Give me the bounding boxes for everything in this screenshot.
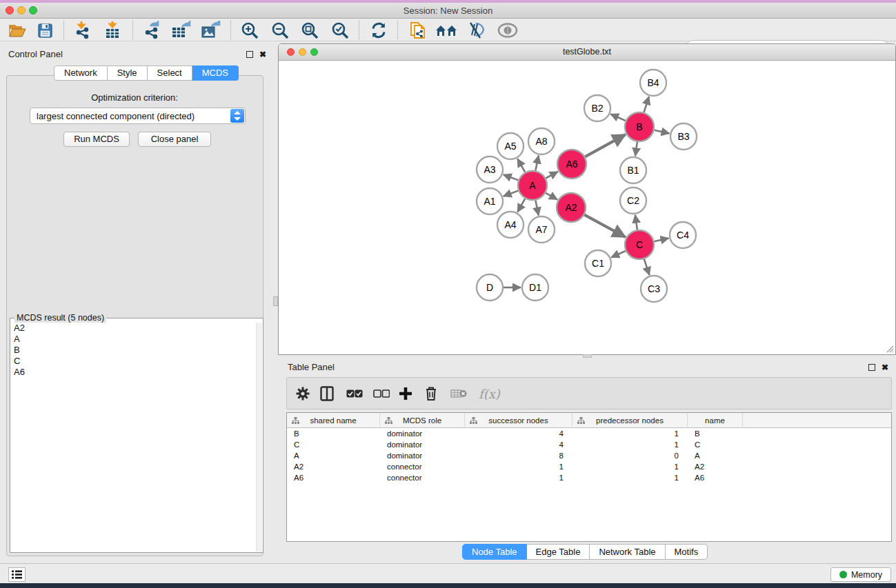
- edge-B-B3[interactable]: [654, 130, 669, 134]
- export-table-icon[interactable]: [169, 21, 192, 40]
- node-B2[interactable]: B2: [584, 95, 610, 121]
- table-cell[interactable]: 1: [465, 461, 573, 472]
- tab-network[interactable]: Network: [54, 65, 108, 81]
- delete-table-icon[interactable]: [450, 384, 467, 403]
- horizontal-splitter-handle[interactable]: [583, 354, 592, 358]
- show-graphics-details-icon[interactable]: [496, 21, 519, 40]
- table-row[interactable]: Cdominator41C: [287, 439, 891, 450]
- edge-A2-C[interactable]: [584, 215, 625, 237]
- open-file-icon[interactable]: [6, 21, 29, 40]
- network-window-titlebar[interactable]: testGlobe.txt: [279, 44, 895, 61]
- table-cell[interactable]: B: [688, 428, 743, 439]
- node-C2[interactable]: C2: [620, 187, 646, 214]
- table-cell[interactable]: 8: [465, 450, 573, 461]
- table-row[interactable]: A2connector11A2: [287, 461, 891, 472]
- titlebar[interactable]: Session: New Session: [0, 3, 896, 19]
- run-mcds-button[interactable]: Run MCDS: [63, 132, 130, 147]
- select-all-columns-icon[interactable]: [346, 384, 363, 403]
- tab-mcds[interactable]: MCDS: [192, 65, 239, 81]
- table-cell[interactable]: A2: [688, 461, 743, 472]
- zoom-in-icon[interactable]: [238, 21, 261, 40]
- export-network-icon[interactable]: [140, 21, 163, 40]
- tab-edge-table[interactable]: Edge Table: [527, 544, 590, 560]
- refresh-icon[interactable]: [367, 21, 390, 40]
- table-cell[interactable]: 1: [465, 472, 573, 483]
- edge-A-A7[interactable]: [535, 201, 538, 216]
- node-D[interactable]: D: [477, 274, 503, 301]
- resize-grip-icon[interactable]: [885, 344, 894, 353]
- add-column-icon[interactable]: [399, 384, 412, 403]
- delete-columns-icon[interactable]: [425, 384, 437, 403]
- vertical-splitter-handle[interactable]: [273, 296, 278, 306]
- edge-A-A6[interactable]: [546, 172, 557, 179]
- node-A[interactable]: A: [518, 171, 547, 200]
- node-A7[interactable]: A7: [528, 216, 555, 243]
- table-cell[interactable]: 1: [573, 461, 688, 472]
- tab-network-table[interactable]: Network Table: [590, 544, 665, 560]
- node-C3[interactable]: C3: [641, 276, 667, 302]
- column-header-predecessor-nodes[interactable]: predecessor nodes: [573, 413, 688, 428]
- table-cell[interactable]: 1: [573, 439, 688, 450]
- table-cell[interactable]: B: [287, 428, 380, 439]
- node-B4[interactable]: B4: [640, 70, 666, 96]
- node-C4[interactable]: C4: [670, 222, 696, 248]
- table-panel-close-button[interactable]: ✖: [882, 363, 888, 372]
- edge-C-C1[interactable]: [611, 251, 626, 257]
- edge-A-A5[interactable]: [517, 159, 525, 172]
- node-A8[interactable]: A8: [528, 128, 555, 154]
- edge-C-C4[interactable]: [654, 239, 668, 242]
- control-panel-close-button[interactable]: ✖: [259, 50, 266, 59]
- node-B3[interactable]: B3: [670, 123, 697, 150]
- node-table[interactable]: shared nameMCDS rolesuccessor nodesprede…: [286, 412, 892, 542]
- result-item[interactable]: A: [11, 334, 256, 345]
- edge-A6-B[interactable]: [585, 134, 626, 156]
- criterion-dropdown[interactable]: largest connected component (directed): [30, 108, 246, 124]
- result-item[interactable]: B: [11, 345, 256, 356]
- function-builder-icon[interactable]: f(x): [479, 384, 500, 403]
- close-panel-button[interactable]: Close panel: [138, 132, 211, 147]
- zoom-out-icon[interactable]: [268, 21, 292, 40]
- edge-B-B1[interactable]: [635, 142, 637, 156]
- result-item[interactable]: A6: [11, 367, 256, 378]
- dropdown-stepper-icon[interactable]: [230, 109, 244, 123]
- column-header-MCDS-role[interactable]: MCDS role: [380, 413, 465, 428]
- column-header-successor-nodes[interactable]: successor nodes: [465, 413, 573, 428]
- table-cell[interactable]: C: [287, 439, 380, 450]
- table-cell[interactable]: 4: [465, 439, 573, 450]
- table-row[interactable]: Adominator80A: [287, 450, 891, 461]
- show-all-networks-icon[interactable]: [435, 21, 458, 40]
- node-B[interactable]: B: [625, 112, 654, 141]
- table-options-gear-icon[interactable]: [295, 384, 310, 403]
- zoom-selected-icon[interactable]: [328, 21, 352, 40]
- node-C[interactable]: C: [625, 230, 654, 259]
- save-session-icon[interactable]: [33, 21, 57, 40]
- tab-node-table[interactable]: Node Table: [462, 544, 527, 560]
- node-D1[interactable]: D1: [522, 274, 548, 301]
- table-cell[interactable]: C: [688, 439, 743, 450]
- table-cell[interactable]: A: [688, 450, 743, 461]
- import-network-icon[interactable]: [71, 21, 94, 40]
- hide-annotations-icon[interactable]: [464, 21, 488, 40]
- edge-C-C3[interactable]: [644, 259, 650, 275]
- table-cell[interactable]: connector: [380, 461, 465, 472]
- table-row[interactable]: Bdominator41B: [287, 428, 891, 439]
- unselect-all-columns-icon[interactable]: [373, 384, 390, 403]
- table-cell[interactable]: A6: [688, 472, 743, 483]
- result-item[interactable]: C: [11, 356, 256, 367]
- tab-motifs[interactable]: Motifs: [666, 544, 708, 560]
- network-graph[interactable]: B4B2BB3A8A5A6A3B1AA1C2A2A4A7C4CC1C3DD1: [279, 61, 895, 354]
- edge-B-B2[interactable]: [610, 114, 626, 121]
- table-cell[interactable]: 1: [573, 472, 688, 483]
- export-image-icon[interactable]: [199, 21, 222, 40]
- edge-A-A4[interactable]: [517, 199, 525, 212]
- node-A1[interactable]: A1: [477, 188, 503, 214]
- network-canvas[interactable]: B4B2BB3A8A5A6A3B1AA1C2A2A4A7C4CC1C3DD1: [279, 61, 895, 354]
- node-A3[interactable]: A3: [477, 156, 503, 183]
- column-header-shared-name[interactable]: shared name: [287, 413, 380, 428]
- table-cell[interactable]: 0: [573, 450, 688, 461]
- node-B1[interactable]: B1: [620, 157, 646, 183]
- edge-A-A8[interactable]: [535, 156, 538, 171]
- zoom-fit-icon[interactable]: [298, 21, 321, 40]
- mcds-result-list[interactable]: A2ABCA6: [11, 323, 256, 551]
- node-A6[interactable]: A6: [557, 150, 586, 179]
